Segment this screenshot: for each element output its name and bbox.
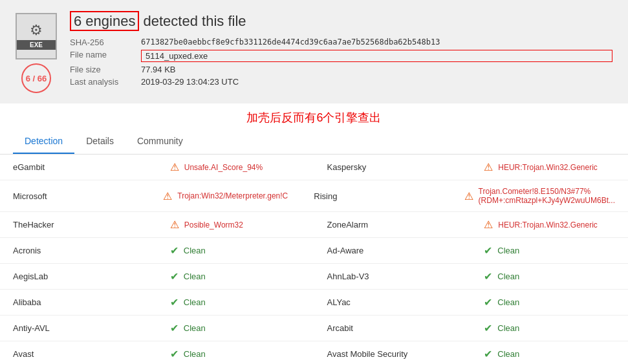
file-icon: ⚙ EXE xyxy=(16,13,57,59)
check-icon: ✔ xyxy=(484,270,492,283)
threat-result: HEUR:Trojan.Win32.Generic xyxy=(498,163,598,172)
check-icon: ✔ xyxy=(484,322,492,334)
engine-name: eGambit xyxy=(13,162,45,172)
clean-result: Clean xyxy=(497,272,519,281)
check-icon: ✔ xyxy=(170,296,179,308)
warning-icon: ⚠ xyxy=(170,219,179,231)
engine-name: ZoneAlarm xyxy=(327,220,369,230)
engine-name: Avast Mobile Security xyxy=(327,349,408,359)
page-title: 6 engines detected this file xyxy=(70,13,612,30)
warning-icon: ⚠ xyxy=(484,161,493,173)
clean-result: Clean xyxy=(497,297,519,307)
filename-value: 5114_upxed.exe xyxy=(141,50,612,62)
engine-name: Acronis xyxy=(13,246,41,255)
engine-name: Antiy-AVL xyxy=(13,323,50,333)
engine-name: TheHacker xyxy=(13,220,54,230)
tab-details[interactable]: Details xyxy=(74,129,125,154)
table-row: Acronis✔CleanAd-Aware✔Clean xyxy=(0,238,628,264)
check-icon: ✔ xyxy=(484,244,492,257)
engine-name: Ad-Aware xyxy=(327,246,364,255)
engine-name: AhnLab-V3 xyxy=(327,272,369,281)
warning-icon: ⚠ xyxy=(464,190,473,202)
filename-label: File name xyxy=(70,50,141,62)
threat-result: Trojan.Cometer!8.E150/N3#77% (RDM+:cmRta… xyxy=(479,187,615,205)
threat-result: Posible_Worm32 xyxy=(184,220,243,230)
warning-icon: ⚠ xyxy=(484,219,493,231)
tab-detection[interactable]: Detection xyxy=(13,129,74,154)
engine-name: Microsoft xyxy=(13,191,47,201)
meta-table: SHA-256 6713827be0aebbcf8e9cfb331126de44… xyxy=(70,37,612,87)
table-row: eGambit⚠Unsafe.AI_Score_94%Kaspersky⚠HEU… xyxy=(0,155,628,180)
clean-result: Clean xyxy=(184,272,206,281)
check-icon: ✔ xyxy=(170,348,179,360)
clean-result: Clean xyxy=(184,246,206,255)
clean-result: Clean xyxy=(497,323,519,333)
engine-name: Avast xyxy=(13,349,34,359)
tabs-bar: Detection Details Community xyxy=(0,129,628,155)
clean-result: Clean xyxy=(184,297,206,307)
clean-result: Clean xyxy=(497,246,519,255)
engine-name: Rising xyxy=(314,191,337,201)
check-icon: ✔ xyxy=(484,348,492,360)
check-icon: ✔ xyxy=(484,296,492,308)
filesize-label: File size xyxy=(70,65,141,74)
detection-table: eGambit⚠Unsafe.AI_Score_94%Kaspersky⚠HEU… xyxy=(0,155,628,364)
sha256-label: SHA-256 xyxy=(70,37,141,47)
file-icon-wrapper: ⚙ EXE 6 / 66 xyxy=(16,13,57,93)
check-icon: ✔ xyxy=(170,244,179,257)
engine-name: ALYac xyxy=(327,297,351,307)
check-icon: ✔ xyxy=(170,322,179,334)
threat-result: Unsafe.AI_Score_94% xyxy=(184,163,263,172)
top-section: ⚙ EXE 6 / 66 6 engines detected this fil… xyxy=(0,0,628,103)
threat-result: HEUR:Trojan.Win32.Generic xyxy=(498,220,598,230)
engine-name: Alibaba xyxy=(13,297,41,307)
table-row: Antiy-AVL✔CleanArcabit✔Clean xyxy=(0,316,628,341)
engine-name: Kaspersky xyxy=(327,162,367,172)
sha256-value: 6713827be0aebbcf8e9cfb331126de4474cd39c6… xyxy=(141,37,612,47)
last-analysis-label: Last analysis xyxy=(70,77,141,87)
engine-count-highlight: 6 engines xyxy=(70,11,139,31)
warning-icon: ⚠ xyxy=(163,190,172,202)
clean-result: Clean xyxy=(497,349,519,359)
filesize-value: 77.94 KB xyxy=(141,65,612,74)
file-info: 6 engines detected this file SHA-256 671… xyxy=(70,13,612,87)
engine-name: AegisLab xyxy=(13,272,48,281)
check-icon: ✔ xyxy=(170,270,179,283)
engine-name: Arcabit xyxy=(327,323,353,333)
clean-result: Clean xyxy=(184,349,206,359)
table-row: AegisLab✔CleanAhnLab-V3✔Clean xyxy=(0,264,628,290)
table-row: Alibaba✔CleanALYac✔Clean xyxy=(0,290,628,316)
last-analysis-value: 2019-03-29 13:04:23 UTC xyxy=(141,77,612,87)
table-row: TheHacker⚠Posible_Worm32ZoneAlarm⚠HEUR:T… xyxy=(0,212,628,238)
chinese-note: 加壳后反而有6个引擎查出 xyxy=(0,103,628,129)
table-row: Microsoft⚠Trojan:Win32/Meterpreter.gen!C… xyxy=(0,180,628,212)
exe-label: EXE xyxy=(17,40,56,50)
gear-icon: ⚙ xyxy=(30,23,43,37)
warning-icon: ⚠ xyxy=(170,161,179,173)
threat-result: Trojan:Win32/Meterpreter.gen!C xyxy=(177,191,288,200)
clean-result: Clean xyxy=(184,323,206,333)
detection-badge: 6 / 66 xyxy=(21,63,51,93)
table-row: Avast✔CleanAvast Mobile Security✔Clean xyxy=(0,341,628,364)
tab-community[interactable]: Community xyxy=(125,129,195,154)
